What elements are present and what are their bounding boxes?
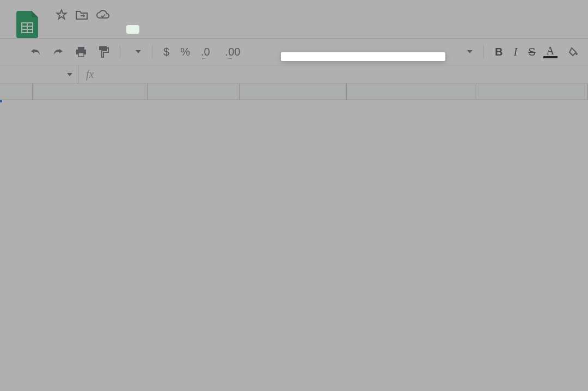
fill-color-icon[interactable]	[565, 45, 581, 59]
move-icon[interactable]	[75, 9, 88, 20]
col-header[interactable]	[33, 84, 147, 100]
svg-point-8	[575, 53, 578, 55]
undo-icon[interactable]	[26, 45, 45, 59]
currency-icon[interactable]: $	[160, 46, 173, 58]
cloud-saved-icon[interactable]	[96, 9, 110, 20]
menu-tools[interactable]	[126, 25, 139, 34]
star-icon[interactable]	[56, 9, 68, 21]
cell-selection	[0, 100, 2, 102]
col-header[interactable]	[240, 84, 347, 100]
col-header[interactable]	[347, 84, 476, 100]
menu-file[interactable]	[48, 25, 61, 34]
sheets-logo[interactable]	[16, 11, 38, 38]
increase-decimal-icon[interactable]: .00→	[222, 46, 244, 58]
menu-format[interactable]	[100, 25, 113, 34]
svg-rect-4	[78, 47, 84, 50]
chevron-down-icon[interactable]	[464, 48, 476, 56]
menu-data[interactable]	[113, 25, 126, 34]
percent-icon[interactable]: %	[177, 46, 193, 58]
paint-format-icon[interactable]	[95, 44, 112, 60]
print-icon[interactable]	[72, 44, 90, 59]
svg-rect-7	[99, 46, 107, 50]
italic-icon[interactable]: I	[511, 46, 521, 58]
strikethrough-icon[interactable]: S	[525, 46, 538, 58]
menu-help[interactable]	[152, 25, 166, 34]
name-box[interactable]	[0, 65, 78, 83]
spreadsheet-grid[interactable]	[0, 84, 588, 100]
menu-bar	[48, 21, 588, 38]
redo-icon[interactable]	[49, 45, 68, 59]
decrease-decimal-icon[interactable]: .0←	[198, 46, 213, 58]
bold-icon[interactable]: B	[492, 46, 506, 58]
svg-rect-6	[78, 53, 84, 57]
zoom-select[interactable]	[128, 50, 144, 53]
menu-addons[interactable]	[139, 25, 152, 34]
menu-edit[interactable]	[61, 25, 74, 34]
col-header[interactable]	[148, 84, 240, 100]
menu-view[interactable]	[74, 25, 87, 34]
text-color-icon[interactable]: A	[543, 45, 558, 58]
formula-bar[interactable]	[101, 65, 588, 83]
select-all-corner[interactable]	[0, 84, 33, 100]
tools-dropdown	[281, 52, 445, 61]
menu-insert[interactable]	[87, 25, 100, 34]
col-header[interactable]	[475, 84, 588, 100]
fx-label: fx	[78, 68, 101, 81]
toolbar: $ % .0← .00→ B I S A	[0, 38, 588, 65]
